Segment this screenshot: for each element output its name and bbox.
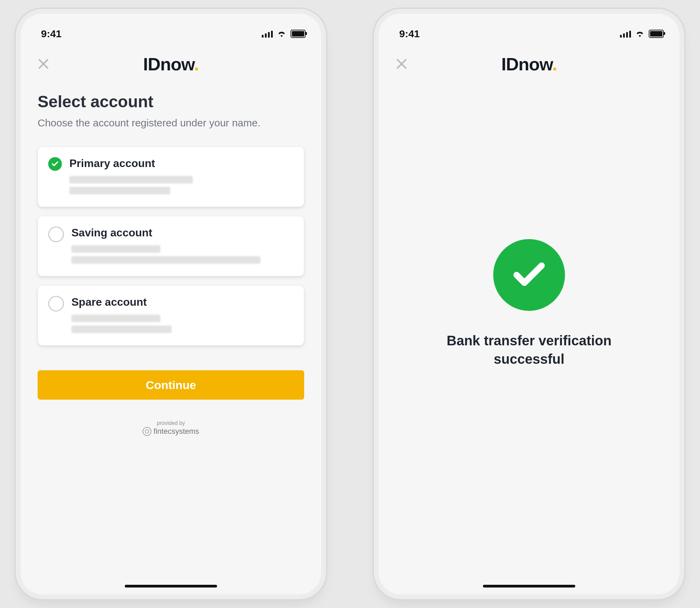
clock: 9:41 bbox=[399, 28, 420, 40]
brand-name: IDnow bbox=[143, 54, 194, 74]
brand-name: IDnow bbox=[501, 54, 552, 74]
battery-icon bbox=[649, 30, 664, 38]
redacted-line bbox=[71, 256, 260, 264]
success-message: Bank transfer verification successful bbox=[423, 331, 635, 368]
phone-select-account: 9:41 IDnow. Select account Choose the ac bbox=[21, 14, 321, 594]
radio-unselected-icon bbox=[48, 296, 64, 312]
close-icon[interactable] bbox=[36, 57, 51, 71]
success-check-icon bbox=[493, 239, 565, 311]
cellular-signal-icon bbox=[620, 30, 631, 38]
status-bar: 9:41 bbox=[21, 14, 321, 46]
close-icon[interactable] bbox=[394, 57, 409, 71]
home-indicator[interactable] bbox=[483, 585, 575, 588]
account-label: Saving account bbox=[71, 226, 294, 239]
provided-vendor: fintecsystems bbox=[153, 427, 199, 436]
account-label: Spare account bbox=[71, 296, 294, 308]
redacted-line bbox=[71, 315, 160, 322]
header: IDnow. bbox=[379, 46, 679, 82]
account-option-saving[interactable]: Saving account bbox=[38, 216, 304, 276]
cellular-signal-icon bbox=[262, 30, 273, 38]
brand-dot: . bbox=[552, 54, 557, 74]
brand-logo: IDnow. bbox=[143, 54, 199, 74]
account-option-spare[interactable]: Spare account bbox=[38, 285, 304, 346]
wifi-icon bbox=[277, 28, 286, 40]
redacted-line bbox=[69, 187, 170, 194]
home-indicator[interactable] bbox=[125, 585, 217, 588]
phone-success: 9:41 IDnow. Bank transf bbox=[379, 14, 679, 594]
brand-logo: IDnow. bbox=[501, 54, 557, 74]
header: IDnow. bbox=[21, 46, 321, 82]
redacted-line bbox=[69, 176, 193, 183]
fintecsystems-logo: fintecsystems bbox=[143, 427, 199, 436]
radio-unselected-icon bbox=[48, 226, 64, 242]
provided-label: provided by bbox=[157, 420, 185, 426]
brand-dot: . bbox=[194, 54, 199, 74]
provided-by: provided by fintecsystems bbox=[38, 420, 304, 436]
status-bar: 9:41 bbox=[379, 14, 679, 46]
account-option-primary[interactable]: Primary account bbox=[38, 147, 304, 207]
radio-selected-icon bbox=[48, 157, 62, 171]
continue-button[interactable]: Continue bbox=[38, 370, 304, 400]
wifi-icon bbox=[635, 28, 645, 40]
account-list: Primary account Saving account bbox=[38, 147, 304, 346]
fintecsystems-icon bbox=[143, 427, 151, 436]
redacted-line bbox=[71, 326, 172, 333]
account-label: Primary account bbox=[69, 157, 294, 170]
clock: 9:41 bbox=[41, 28, 62, 40]
page-title: Select account bbox=[38, 92, 304, 111]
redacted-line bbox=[71, 245, 160, 253]
battery-icon bbox=[291, 30, 306, 38]
page-subtitle: Choose the account registered under your… bbox=[38, 116, 304, 130]
